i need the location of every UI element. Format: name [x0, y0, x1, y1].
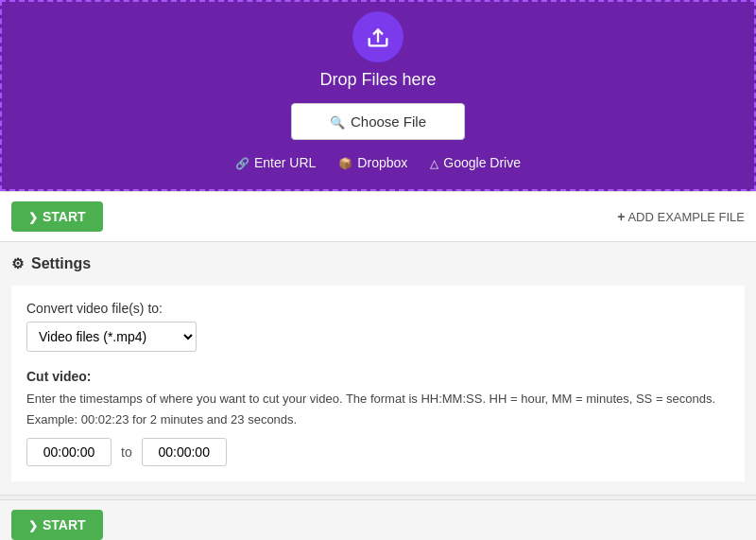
- enter-url-link[interactable]: Enter URL: [235, 155, 316, 170]
- start-button-bottom[interactable]: START: [11, 510, 103, 540]
- upload-icon: [352, 11, 404, 62]
- convert-label: Convert video file(s) to:: [26, 301, 730, 316]
- url-label: Enter URL: [254, 155, 316, 170]
- dropbox-icon: [338, 155, 352, 170]
- settings-header: Settings: [11, 255, 745, 272]
- gdrive-label: Google Drive: [443, 155, 521, 170]
- format-select[interactable]: Video files (*.mp4) Video files (*.avi) …: [26, 322, 197, 352]
- time-to-label: to: [121, 444, 132, 460]
- time-range: to: [26, 438, 730, 466]
- settings-title: Settings: [31, 255, 91, 272]
- cut-video-section: Cut video: Enter the timestamps of where…: [26, 369, 730, 466]
- choose-file-button[interactable]: Choose File: [291, 103, 465, 140]
- choose-file-label: Choose File: [351, 113, 426, 130]
- top-toolbar: START ADD EXAMPLE FILE: [0, 191, 756, 242]
- chevron-icon: [28, 209, 38, 224]
- link-icon: [235, 155, 249, 170]
- add-example-label: ADD EXAMPLE FILE: [627, 210, 745, 224]
- search-icon: [330, 113, 345, 130]
- gear-icon: [11, 255, 24, 272]
- add-example-link[interactable]: ADD EXAMPLE FILE: [617, 209, 745, 224]
- settings-section: Settings Convert video file(s) to: Video…: [0, 242, 756, 496]
- drop-zone[interactable]: Drop Files here Choose File Enter URL Dr…: [0, 0, 756, 191]
- gdrive-icon: [430, 155, 438, 170]
- settings-content: Convert video file(s) to: Video files (*…: [11, 286, 745, 481]
- cut-video-example: Example: 00:02:23 for 2 minutes and 23 s…: [26, 412, 730, 427]
- chevron-icon-bottom: [28, 517, 38, 532]
- dropbox-link[interactable]: Dropbox: [338, 155, 407, 170]
- cut-video-title: Cut video:: [26, 369, 730, 384]
- dropbox-label: Dropbox: [357, 155, 407, 170]
- bottom-toolbar: START: [0, 499, 756, 541]
- source-links: Enter URL Dropbox Google Drive: [235, 155, 521, 170]
- time-to-input[interactable]: [142, 438, 227, 466]
- drop-text: Drop Files here: [319, 70, 436, 90]
- start-button-top[interactable]: START: [11, 201, 103, 232]
- time-from-input[interactable]: [26, 438, 112, 466]
- gdrive-link[interactable]: Google Drive: [430, 155, 521, 170]
- plus-icon: [617, 209, 625, 224]
- format-group: Convert video file(s) to: Video files (*…: [26, 301, 730, 352]
- cut-video-description: Enter the timestamps of where you want t…: [26, 390, 730, 409]
